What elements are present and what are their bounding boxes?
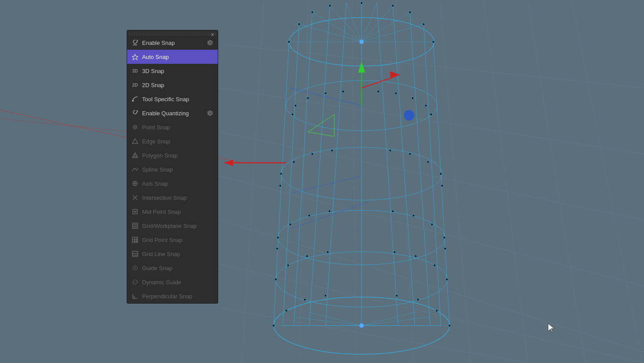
item-label-tool-specific-snap: Tool Specific Snap: [142, 96, 214, 103]
item-icon-enable-snap: [131, 38, 139, 47]
panel-item-enable-snap[interactable]: Enable Snap: [127, 36, 218, 50]
svg-point-117: [285, 310, 288, 312]
svg-point-91: [331, 150, 333, 152]
svg-line-67: [362, 77, 394, 88]
item-icon-enable-quantizing: [131, 109, 139, 117]
svg-point-105: [443, 237, 446, 239]
panel-item-auto-snap[interactable]: Auto Snap: [127, 50, 218, 64]
svg-line-46: [294, 317, 362, 326]
svg-line-41: [362, 12, 410, 42]
svg-line-51: [362, 317, 430, 326]
svg-marker-130: [132, 153, 138, 158]
svg-line-11: [440, 0, 471, 363]
item-gear-enable-quantizing[interactable]: [205, 109, 214, 117]
svg-point-92: [389, 150, 392, 152]
item-icon-grid-workplane-snap: [131, 221, 139, 230]
item-label-axis-snap: Axis Snap: [142, 180, 214, 187]
item-icon-grid-line-snap: [131, 249, 139, 258]
svg-line-7: [242, 0, 264, 363]
svg-line-36: [312, 12, 362, 42]
svg-point-86: [430, 114, 432, 116]
svg-rect-139: [132, 223, 138, 228]
svg-point-108: [275, 279, 277, 281]
svg-line-13: [528, 0, 585, 363]
svg-point-107: [276, 248, 278, 250]
item-icon-edge-snap: [131, 137, 139, 146]
item-label-dynamic-guide: Dynamic Guide: [142, 279, 214, 286]
svg-point-157: [135, 268, 136, 269]
panel-item-grid-point-snap: Grid Point Snap: [127, 233, 218, 247]
svg-point-152: [136, 241, 137, 242]
svg-line-23: [274, 42, 289, 326]
svg-point-59: [311, 11, 314, 14]
svg-point-57: [329, 4, 331, 7]
svg-point-103: [413, 215, 415, 217]
panel-item-edge-snap: Edge Snap: [127, 134, 218, 148]
svg-point-56: [432, 40, 435, 43]
panel-item-tool-specific-snap[interactable]: Tool Specific Snap: [127, 92, 218, 106]
svg-line-32: [424, 24, 441, 326]
item-label-mid-point-snap: Mid Point Snap: [142, 209, 214, 215]
item-icon-polygon-snap: [131, 151, 139, 160]
svg-point-58: [392, 4, 394, 7]
svg-point-109: [287, 264, 289, 267]
svg-line-26: [309, 6, 330, 326]
svg-point-19: [286, 81, 437, 131]
panel-item-enable-quantizing[interactable]: Enable Quantizing: [127, 106, 218, 120]
item-icon-guide-snap: [131, 264, 139, 272]
panel-drag-handle[interactable]: [129, 32, 216, 36]
item-label-grid-line-snap: Grid Line Snap: [142, 251, 214, 257]
svg-point-90: [311, 153, 314, 155]
viewport-grid: [0, 0, 644, 363]
svg-point-111: [327, 251, 329, 253]
svg-rect-153: [132, 251, 138, 257]
svg-point-120: [396, 295, 398, 297]
item-label-enable-snap: Enable Snap: [142, 40, 205, 46]
svg-line-0: [220, 44, 644, 88]
svg-point-138: [134, 211, 136, 213]
item-label-edge-snap: Edge Snap: [142, 138, 214, 145]
svg-point-151: [134, 241, 135, 242]
svg-line-3: [220, 176, 644, 286]
item-label-perpendicular-snap: Perpendicular Snap: [142, 293, 214, 300]
svg-line-37: [330, 6, 362, 42]
item-icon-2d-snap: 2D: [131, 81, 139, 89]
panel-item-point-snap: Point Snap: [127, 120, 218, 134]
svg-point-83: [395, 92, 397, 95]
svg-point-102: [392, 210, 394, 213]
panel-item-spline-snap: Spline Snap: [127, 162, 218, 176]
svg-point-95: [440, 173, 442, 175]
svg-line-30: [393, 6, 415, 326]
svg-point-84: [412, 97, 414, 99]
svg-point-85: [425, 105, 427, 107]
svg-point-149: [134, 239, 135, 240]
svg-line-6: [220, 308, 528, 363]
svg-point-112: [394, 251, 396, 253]
svg-point-64: [359, 323, 364, 328]
svg-line-12: [484, 0, 528, 363]
panel-item-grid-line-snap: Grid Line Snap: [127, 247, 218, 261]
panel-item-grid-workplane-snap: Grid/Workplane Snap: [127, 219, 218, 233]
svg-point-79: [307, 97, 309, 99]
svg-line-35: [299, 24, 362, 42]
svg-marker-129: [132, 139, 138, 143]
svg-line-31: [410, 12, 430, 326]
svg-point-94: [427, 161, 429, 163]
panel-item-3d-snap[interactable]: 3D 3D Snap: [127, 64, 218, 78]
panel-item-axis-snap: Axis Snap: [127, 176, 218, 191]
svg-point-101: [329, 210, 331, 213]
panel-item-2d-snap[interactable]: 2D 2D Snap: [127, 78, 218, 92]
svg-point-18: [274, 297, 450, 354]
svg-point-99: [289, 224, 292, 226]
item-label-grid-workplane-snap: Grid/Workplane Snap: [142, 223, 214, 229]
svg-point-62: [422, 23, 425, 26]
item-icon-grid-point-snap: [131, 235, 139, 244]
item-label-enable-quantizing: Enable Quantizing: [142, 110, 205, 117]
svg-line-38: [346, 3, 362, 42]
svg-point-61: [298, 23, 300, 26]
item-gear-enable-snap[interactable]: [205, 38, 214, 47]
svg-line-8: [299, 0, 308, 363]
svg-point-98: [277, 237, 279, 239]
svg-point-110: [306, 255, 308, 257]
svg-point-115: [446, 279, 448, 281]
